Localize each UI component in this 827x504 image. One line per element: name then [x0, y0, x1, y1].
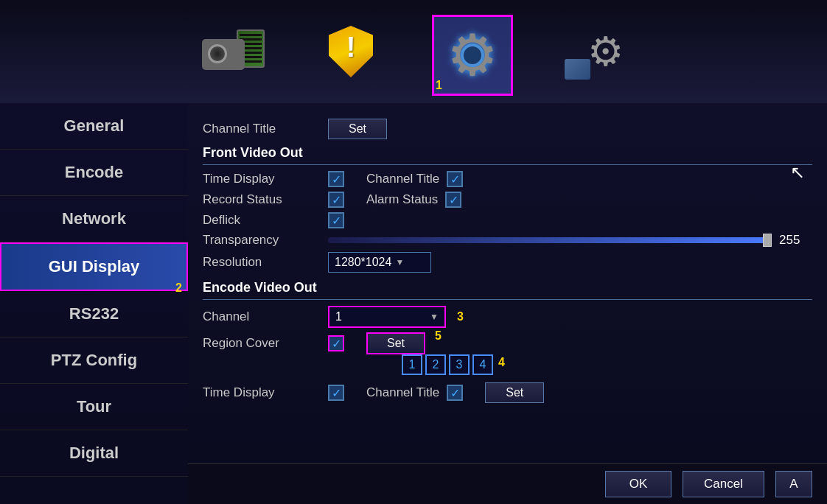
channel-title-check-label2: Channel Title [366, 385, 439, 400]
time-display-label2: Time Display [203, 385, 321, 400]
num-btn-4[interactable]: 4 [472, 354, 493, 375]
resolution-label: Resolution [203, 255, 321, 270]
sidebar-item-general[interactable]: General [0, 103, 188, 150]
top-nav: ! ⚙ 1 ⚙ [0, 0, 827, 103]
sidebar-item-encode[interactable]: Encode [0, 150, 188, 196]
transparency-slider-track [328, 237, 772, 243]
resolution-dropdown-arrow: ▼ [395, 257, 404, 267]
channel-title-checkbox[interactable] [447, 171, 463, 187]
region-cover-set-button[interactable]: Set [366, 332, 425, 354]
record-status-row: Record Status Alarm Status [203, 192, 812, 208]
transparency-value: 255 [779, 233, 812, 248]
sidebar: General Encode Network GUI Display RS232… [0, 103, 188, 504]
cancel-button[interactable]: Cancel [683, 471, 764, 497]
apply-button[interactable]: A [775, 471, 812, 497]
region-cover-label: Region Cover [203, 336, 321, 351]
channel-title-label: Channel Title [203, 122, 321, 136]
time-display-label: Time Display [203, 172, 321, 186]
time-display-checkbox2[interactable] [328, 385, 344, 401]
num-btn-3[interactable]: 3 [449, 354, 470, 375]
transparency-row: Transparency 255 [203, 233, 812, 248]
region-cover-checkbox[interactable] [328, 335, 344, 351]
channel-row: Channel 1 ▼ 3 [203, 306, 812, 328]
num-btn-2[interactable]: 2 [425, 354, 446, 375]
annot-5: 5 [435, 329, 442, 343]
time-display-checkbox[interactable] [328, 171, 344, 187]
resolution-dropdown[interactable]: 1280*1024 ▼ [328, 252, 431, 273]
resolution-value: 1280*1024 [335, 256, 391, 269]
record-status-label: Record Status [203, 192, 321, 207]
main-content: Channel Title Set Front Video Out Time D… [188, 103, 827, 504]
nav-settings-annotation: 1 [436, 79, 442, 92]
time-display-checkbox-wrap [328, 171, 344, 187]
encode-video-out-label: Encode Video Out [203, 280, 812, 295]
bottom-bar: OK Cancel A [188, 463, 827, 504]
deflick-checkbox[interactable] [328, 212, 344, 228]
annot-4: 4 [498, 356, 505, 377]
front-video-out-label: Front Video Out [203, 145, 812, 161]
cursor-arrow: ↖ [790, 162, 805, 183]
nav-settings[interactable]: ⚙ 1 [432, 15, 513, 96]
annot-3: 3 [457, 310, 464, 323]
front-video-divider [203, 164, 812, 165]
sidebar-item-rs232[interactable]: RS232 [0, 291, 188, 337]
time-display-row: Time Display Channel Title [203, 171, 812, 187]
deflick-label: Deflick [203, 213, 321, 228]
alarm-status-checkbox-wrap: Alarm Status [366, 192, 461, 208]
sidebar-item-gui-display[interactable]: GUI Display [0, 242, 188, 291]
sidebar-item-digital[interactable]: Digital [0, 430, 188, 477]
channel-title-set-button[interactable]: Set [328, 119, 387, 139]
channel-value: 1 [335, 310, 342, 323]
sidebar-item-ptz-config[interactable]: PTZ Config [0, 337, 188, 384]
sidebar-item-tour[interactable]: Tour [0, 384, 188, 430]
ok-button[interactable]: OK [605, 471, 671, 497]
annot-2: 2 [175, 281, 182, 295]
nav-maintenance[interactable]: ⚙ [557, 18, 631, 92]
transparency-slider-wrap: 255 [328, 233, 812, 248]
nav-camera[interactable] [196, 18, 270, 92]
channel-title-check-label: Channel Title [366, 172, 439, 186]
channel-title-checkbox-wrap: Channel Title [366, 171, 463, 187]
nav-alarm[interactable]: ! [314, 18, 388, 92]
sidebar-item-network[interactable]: Network [0, 196, 188, 242]
channel-label: Channel [203, 309, 321, 324]
alarm-status-checkbox[interactable] [445, 192, 461, 208]
encode-video-divider [203, 299, 812, 300]
channel-title-row: Channel Title Set [203, 119, 812, 139]
channel-dropdown-arrow: ▼ [430, 312, 439, 322]
alarm-status-label: Alarm Status [366, 192, 438, 207]
channel-title2-checkbox-wrap: Channel Title [366, 385, 463, 401]
channel-dropdown[interactable]: 1 ▼ [328, 306, 446, 328]
region-cover-num-btns: 1 2 3 4 4 [402, 354, 505, 375]
transparency-label: Transparency [203, 233, 321, 248]
encode-set-button[interactable]: Set [485, 382, 544, 403]
record-status-checkbox[interactable] [328, 192, 344, 208]
region-cover-row: Region Cover Set 5 1 2 3 4 4 [203, 332, 812, 354]
channel-title-checkbox2[interactable] [447, 385, 463, 401]
time-display-row2: Time Display Channel Title Set [203, 382, 812, 403]
transparency-slider-thumb[interactable] [763, 234, 772, 247]
num-btn-1[interactable]: 1 [402, 354, 422, 375]
deflick-row: Deflick [203, 212, 812, 228]
resolution-row: Resolution 1280*1024 ▼ [203, 252, 812, 273]
